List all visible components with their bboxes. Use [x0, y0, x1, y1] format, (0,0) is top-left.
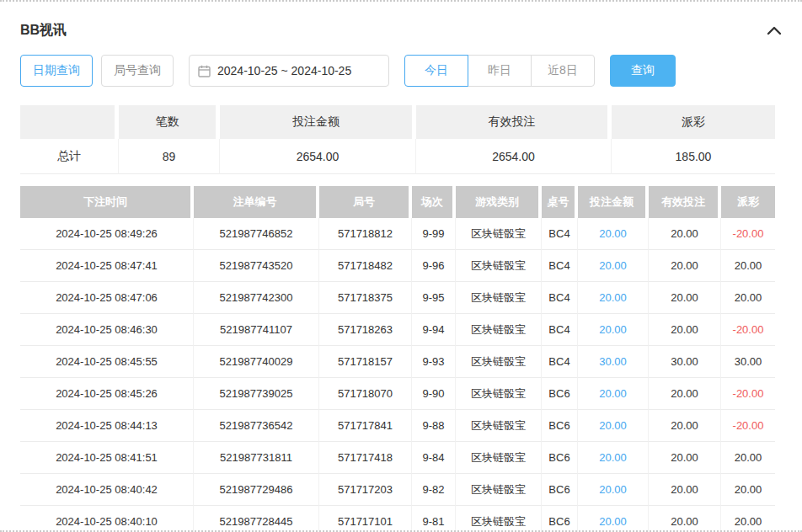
cell-order-number: 521987741107 — [194, 314, 319, 346]
cell-valid-bet: 30.00 — [649, 346, 721, 378]
cell-order-number: 521987743520 — [194, 250, 319, 282]
table-row: 2024-10-25 08:40:42 521987729486 5717172… — [20, 474, 775, 506]
panel-header: BB视讯 — [20, 0, 782, 55]
col-header-order: 注单编号 — [194, 186, 319, 218]
cell-round-number: 571717418 — [319, 442, 412, 474]
table-row: 2024-10-25 08:49:26 521987746852 5717188… — [20, 218, 775, 250]
cell-game-type: 区块链骰宝 — [456, 474, 542, 506]
cell-round-number: 571718812 — [319, 218, 412, 250]
cell-bet-amount-link[interactable]: 20.00 — [578, 250, 649, 282]
today-button[interactable]: 今日 — [404, 55, 468, 87]
date-query-tab[interactable]: 日期查询 — [20, 55, 93, 87]
cell-bet-amount-link[interactable]: 20.00 — [578, 506, 649, 532]
summary-total-row: 总计 89 2654.00 2654.00 185.00 — [20, 139, 775, 174]
col-header-desk: 桌号 — [542, 186, 578, 218]
summary-count-value: 89 — [119, 139, 220, 174]
cell-valid-bet: 20.00 — [649, 506, 721, 532]
cell-bet-amount-link[interactable]: 20.00 — [578, 410, 649, 442]
cell-payout: 20.00 — [721, 474, 775, 506]
cell-game-type: 区块链骰宝 — [456, 346, 542, 378]
collapse-button[interactable] — [767, 24, 782, 39]
table-row: 2024-10-25 08:41:51 521987731811 5717174… — [20, 442, 775, 474]
cell-valid-bet: 20.00 — [649, 410, 721, 442]
cell-order-number: 521987729486 — [194, 474, 319, 506]
records-table: 下注时间 注单编号 局号 场次 游戏类别 桌号 投注金额 有效投注 派彩 202… — [20, 186, 775, 532]
cell-bet-amount-link[interactable]: 30.00 — [578, 346, 649, 378]
filter-bar: 日期查询 局号查询 2024-10-25 ~ 2024-10-25 今日 昨日 … — [20, 55, 782, 87]
cell-game-type: 区块链骰宝 — [456, 218, 542, 250]
cell-table-number: BC6 — [542, 506, 578, 532]
cell-table-number: BC4 — [542, 282, 578, 314]
top-divider — [0, 0, 802, 2]
records-body: 2024-10-25 08:49:26 521987746852 5717188… — [20, 218, 775, 532]
cell-session: 9-84 — [412, 442, 456, 474]
cell-bet-time: 2024-10-25 08:44:13 — [20, 410, 194, 442]
cell-valid-bet: 20.00 — [649, 250, 721, 282]
col-header-session: 场次 — [412, 186, 456, 218]
cell-session: 9-81 — [412, 506, 456, 532]
cell-bet-time: 2024-10-25 08:46:30 — [20, 314, 194, 346]
cell-order-number: 521987742300 — [194, 282, 319, 314]
cell-table-number: BC6 — [542, 378, 578, 410]
cell-bet-amount-link[interactable]: 20.00 — [578, 218, 649, 250]
cell-game-type: 区块链骰宝 — [456, 410, 542, 442]
search-button[interactable]: 查询 — [610, 55, 676, 87]
cell-session: 9-96 — [412, 250, 456, 282]
cell-payout: -20.00 — [721, 410, 775, 442]
cell-payout: 20.00 — [721, 282, 775, 314]
cell-valid-bet: 20.00 — [649, 218, 721, 250]
cell-game-type: 区块链骰宝 — [456, 250, 542, 282]
cell-order-number: 521987728445 — [194, 506, 319, 532]
table-row: 2024-10-25 08:45:55 521987740029 5717181… — [20, 346, 775, 378]
date-range-input[interactable]: 2024-10-25 ~ 2024-10-25 — [189, 55, 389, 87]
cell-table-number: BC6 — [542, 410, 578, 442]
page-title: BB视讯 — [20, 22, 67, 40]
table-row: 2024-10-25 08:47:06 521987742300 5717183… — [20, 282, 775, 314]
summary-header-payout: 派彩 — [612, 105, 775, 139]
cell-order-number: 521987740029 — [194, 346, 319, 378]
cell-bet-amount-link[interactable]: 20.00 — [578, 314, 649, 346]
cell-table-number: BC4 — [542, 314, 578, 346]
summary-table: 笔数 投注金额 有效投注 派彩 总计 89 2654.00 2654.00 18… — [20, 105, 775, 174]
summary-header-valid: 有效投注 — [416, 105, 612, 139]
cell-bet-amount-link[interactable]: 20.00 — [578, 378, 649, 410]
page: BB视讯 日期查询 局号查询 2024-10-25 ~ 2024-10-25 今… — [0, 0, 802, 532]
last-8-days-button[interactable]: 近8日 — [531, 55, 595, 87]
cell-round-number: 571718375 — [319, 282, 412, 314]
summary-payout-value: 185.00 — [612, 139, 775, 174]
cell-payout: 20.00 — [721, 250, 775, 282]
summary-header-bet: 投注金额 — [220, 105, 416, 139]
cell-round-number: 571717841 — [319, 410, 412, 442]
col-header-payout: 派彩 — [721, 186, 775, 218]
calendar-icon — [198, 65, 211, 77]
cell-bet-amount-link[interactable]: 20.00 — [578, 474, 649, 506]
cell-payout: 20.00 — [721, 442, 775, 474]
bb-video-panel: BB视讯 日期查询 局号查询 2024-10-25 ~ 2024-10-25 今… — [0, 0, 802, 532]
cell-game-type: 区块链骰宝 — [456, 282, 542, 314]
cell-order-number: 521987731811 — [194, 442, 319, 474]
cell-session: 9-94 — [412, 314, 456, 346]
cell-bet-time: 2024-10-25 08:49:26 — [20, 218, 194, 250]
cell-round-number: 571717203 — [319, 474, 412, 506]
cell-payout: 30.00 — [721, 346, 775, 378]
cell-table-number: BC4 — [542, 346, 578, 378]
cell-bet-amount-link[interactable]: 20.00 — [578, 282, 649, 314]
cell-bet-time: 2024-10-25 08:40:10 — [20, 506, 194, 532]
cell-bet-time: 2024-10-25 08:47:41 — [20, 250, 194, 282]
cell-game-type: 区块链骰宝 — [456, 506, 542, 532]
cell-valid-bet: 20.00 — [649, 314, 721, 346]
round-query-tab[interactable]: 局号查询 — [101, 55, 174, 87]
yesterday-button[interactable]: 昨日 — [468, 55, 532, 87]
cell-bet-amount-link[interactable]: 20.00 — [578, 442, 649, 474]
cell-bet-time: 2024-10-25 08:47:06 — [20, 282, 194, 314]
cell-valid-bet: 20.00 — [649, 378, 721, 410]
cell-bet-time: 2024-10-25 08:41:51 — [20, 442, 194, 474]
cell-session: 9-88 — [412, 410, 456, 442]
cell-round-number: 571718482 — [319, 250, 412, 282]
date-range-value: 2024-10-25 ~ 2024-10-25 — [217, 64, 351, 77]
summary-header-blank — [20, 105, 119, 139]
chevron-up-icon — [767, 24, 782, 39]
cell-session: 9-82 — [412, 474, 456, 506]
cell-valid-bet: 20.00 — [649, 282, 721, 314]
cell-bet-time: 2024-10-25 08:40:42 — [20, 474, 194, 506]
